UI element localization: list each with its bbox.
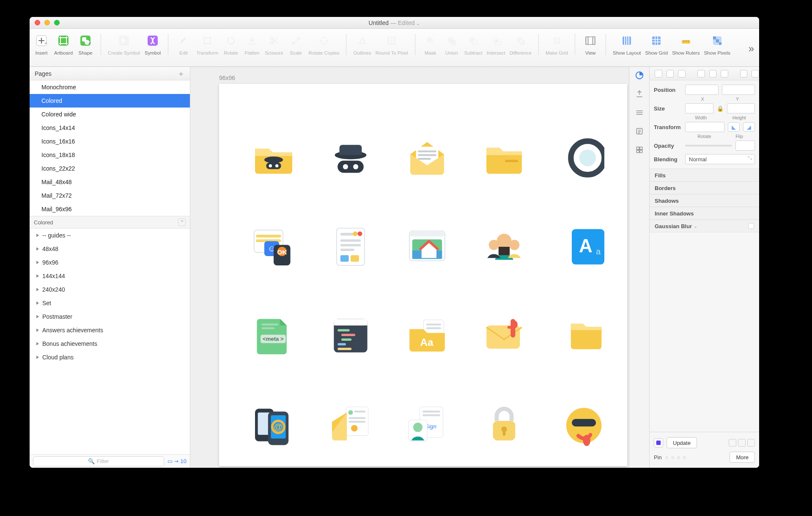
layer-row[interactable]: 96x96 bbox=[30, 256, 190, 269]
disclosure-triangle-icon[interactable] bbox=[36, 328, 39, 332]
disclosure-triangle-icon[interactable] bbox=[36, 274, 39, 278]
font-folder-icon[interactable]: Aa bbox=[389, 291, 466, 380]
mail-attach-icon[interactable] bbox=[466, 291, 543, 380]
device-tablet-icon[interactable] bbox=[738, 439, 746, 447]
page-row[interactable]: Mail_96x96 bbox=[30, 202, 190, 216]
page-row[interactable]: Monochrome bbox=[30, 80, 190, 94]
disclosure-triangle-icon[interactable] bbox=[36, 247, 39, 251]
opacity-slider[interactable] bbox=[685, 145, 732, 146]
layer-row[interactable]: Cloud plans bbox=[30, 350, 190, 364]
toolbar-artboard[interactable]: Artboard bbox=[54, 30, 73, 55]
layer-row[interactable]: 48x48 bbox=[30, 242, 190, 256]
toolbar-show-grid[interactable]: Show Grid bbox=[645, 30, 668, 55]
align-center-h-icon[interactable] bbox=[667, 70, 674, 77]
chevron-down-icon[interactable]: ⌄ bbox=[416, 21, 420, 26]
page-row[interactable]: Colored bbox=[30, 94, 190, 108]
distribute-h-icon[interactable] bbox=[740, 70, 748, 77]
zoom-indicator[interactable]: ▭ ↗ 10 bbox=[167, 458, 187, 464]
folder-spy-icon[interactable] bbox=[235, 113, 312, 202]
padlock-icon[interactable] bbox=[466, 380, 543, 468]
toolbar-show-layout[interactable]: Show Layout bbox=[613, 30, 641, 55]
layer-row[interactable]: Set bbox=[30, 296, 190, 310]
toolbar-show-pixels[interactable]: Show Pixels bbox=[704, 30, 730, 55]
toolbar-show-rulers[interactable]: Show Rulers bbox=[672, 30, 700, 55]
device-grid-icon[interactable] bbox=[729, 439, 736, 447]
flip-vertical-button[interactable]: ◢ bbox=[743, 122, 755, 132]
page-row[interactable]: Mail_72x72 bbox=[30, 189, 190, 202]
hat-mask-icon[interactable] bbox=[312, 113, 389, 202]
toolbar-overflow-icon[interactable]: » bbox=[749, 43, 756, 55]
layer-row[interactable]: Bonus achievements bbox=[30, 337, 190, 350]
layer-row[interactable]: 240x240 bbox=[30, 283, 190, 296]
rail-layers-icon[interactable] bbox=[634, 107, 645, 119]
layer-row[interactable]: 144x144 bbox=[30, 269, 190, 283]
lock-aspect-icon[interactable]: 🔒 bbox=[717, 105, 724, 112]
layer-row[interactable]: Answers achievements bbox=[30, 323, 190, 337]
layer-filter-input[interactable]: 🔍 Filter bbox=[33, 456, 164, 466]
phones-at-icon[interactable]: @ bbox=[235, 380, 312, 468]
layer-row[interactable]: -- guides -- bbox=[30, 229, 190, 242]
toolbar-shape[interactable]: Shape bbox=[77, 30, 94, 55]
rail-export-icon[interactable] bbox=[634, 88, 645, 100]
rotate-input[interactable] bbox=[685, 122, 724, 132]
meta-doc-icon[interactable]: <meta > bbox=[235, 291, 312, 380]
inspector-section-gaussian-blur[interactable]: Gaussian Blur ⌄ bbox=[650, 220, 759, 232]
page-row[interactable]: Colored wide bbox=[30, 108, 190, 121]
disclosure-triangle-icon[interactable] bbox=[36, 315, 39, 318]
rail-grid-icon[interactable] bbox=[634, 144, 645, 156]
position-y-input[interactable] bbox=[722, 85, 755, 95]
rail-text-icon[interactable] bbox=[634, 125, 645, 137]
pin-top-icon[interactable]: ○ bbox=[671, 454, 675, 461]
inspector-section-shadows[interactable]: Shadows bbox=[650, 194, 759, 207]
page-row[interactable]: Icons_14x14 bbox=[30, 121, 190, 135]
canvas[interactable]: 96x96 ☺OKAa<meta >Aa@Sign bbox=[190, 67, 629, 468]
disclosure-triangle-icon[interactable] bbox=[36, 288, 39, 291]
open-mail-icon[interactable] bbox=[389, 113, 466, 202]
emoji-cool-icon[interactable] bbox=[543, 380, 620, 468]
add-page-button[interactable]: ＋ bbox=[177, 69, 185, 79]
people-group-icon[interactable] bbox=[466, 202, 543, 291]
page-row[interactable]: Icons_16x16 bbox=[30, 135, 190, 148]
font-tile-icon[interactable]: Aa bbox=[543, 202, 620, 291]
flip-horizontal-button[interactable]: ◣ bbox=[728, 122, 740, 132]
pin-left-icon[interactable]: ○ bbox=[665, 454, 669, 461]
browser-house-icon[interactable] bbox=[389, 202, 466, 291]
layer-row[interactable]: Postmaster bbox=[30, 310, 190, 323]
align-bottom-icon[interactable] bbox=[721, 70, 728, 77]
inspector-section-borders[interactable]: Borders bbox=[650, 182, 759, 194]
id-card-icon[interactable]: Sign bbox=[389, 380, 466, 468]
page-row[interactable]: Mail_48x48 bbox=[30, 175, 190, 189]
toolbar-view[interactable]: View bbox=[582, 30, 599, 55]
align-left-icon[interactable] bbox=[655, 70, 662, 77]
folder-icon[interactable] bbox=[466, 113, 543, 202]
align-center-v-icon[interactable] bbox=[709, 70, 717, 77]
disclosure-triangle-icon[interactable] bbox=[36, 234, 39, 237]
update-button[interactable]: Update bbox=[667, 437, 697, 448]
device-phone-icon[interactable] bbox=[747, 439, 755, 447]
disclosure-triangle-icon[interactable] bbox=[36, 261, 39, 264]
align-right-icon[interactable] bbox=[678, 70, 686, 77]
size-height-input[interactable] bbox=[727, 103, 755, 113]
layers-panel-options-icon[interactable]: ⌃ bbox=[178, 218, 186, 226]
rail-style-icon[interactable] bbox=[634, 69, 645, 81]
blending-select[interactable]: Normal bbox=[685, 154, 755, 164]
pin-right-icon[interactable]: ○ bbox=[677, 454, 680, 461]
page-row[interactable]: Icons_18x18 bbox=[30, 148, 190, 162]
artboard[interactable]: ☺OKAa<meta >Aa@Sign bbox=[219, 84, 627, 466]
code-window-icon[interactable] bbox=[312, 291, 389, 380]
distribute-v-icon[interactable] bbox=[752, 70, 759, 77]
mail-letter-icon[interactable] bbox=[312, 380, 389, 468]
toolbar-symbol[interactable]: Symbol bbox=[144, 30, 161, 55]
folder-stack-icon[interactable] bbox=[543, 291, 620, 380]
disclosure-triangle-icon[interactable] bbox=[36, 342, 39, 345]
disclosure-triangle-icon[interactable] bbox=[36, 301, 39, 305]
toolbar-insert[interactable]: Insert bbox=[33, 30, 50, 55]
disclosure-triangle-icon[interactable] bbox=[36, 356, 39, 359]
size-width-input[interactable] bbox=[685, 103, 713, 113]
pin-bottom-icon[interactable]: ○ bbox=[683, 454, 686, 461]
opacity-input[interactable] bbox=[735, 141, 755, 151]
social-apps-icon[interactable]: ☺OK bbox=[235, 202, 312, 291]
inspector-section-inner-shadows[interactable]: Inner Shadows bbox=[650, 207, 759, 220]
inspector-section-fills[interactable]: Fills bbox=[650, 169, 759, 182]
position-x-input[interactable] bbox=[685, 85, 719, 95]
